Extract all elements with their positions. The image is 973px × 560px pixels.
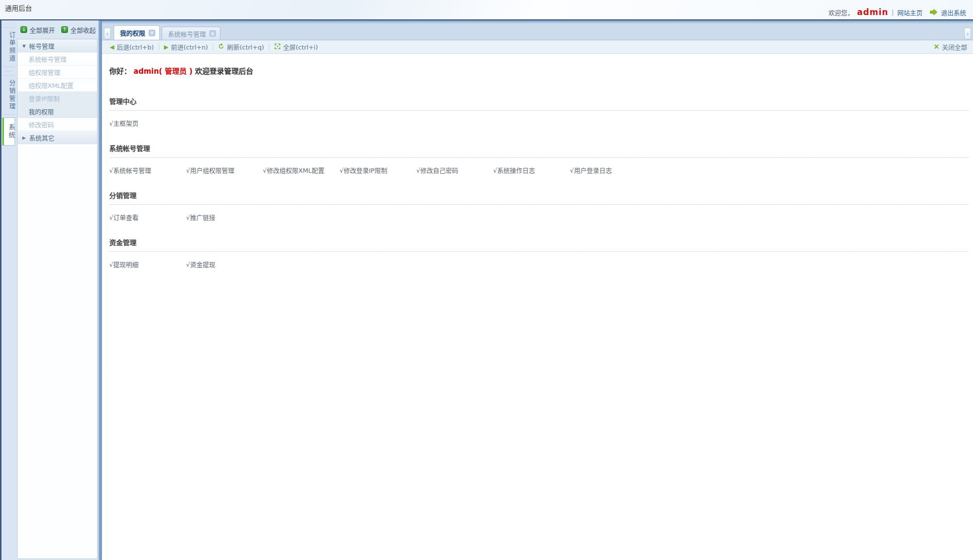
permission-item: √推广链接	[186, 213, 261, 222]
app-header: 通用后台 欢迎您， admin | 网站主页 退出系统	[0, 0, 973, 20]
tree-item-group-perms[interactable]: 组权限管理	[17, 66, 97, 79]
welcome-text: 欢迎您，	[828, 8, 854, 17]
permission-item: √用户组权限管理	[186, 165, 261, 175]
close-all-icon: ×	[933, 43, 939, 50]
permission-item: √订单查看	[109, 213, 184, 222]
collapse-all-icon: ↑	[61, 26, 68, 33]
section-divider	[109, 110, 968, 111]
app-title: 通用后台	[0, 0, 32, 19]
channel-tab-divider	[5, 71, 13, 71]
back-label: 后退(ctrl+b)	[117, 42, 154, 51]
greeting-suffix: 欢迎登录管理后台	[195, 67, 253, 76]
expand-all-button[interactable]: ↓ 全部展开	[20, 25, 55, 34]
permission-item: √主框架页	[109, 118, 184, 128]
forward-label: 前进(ctrl+n)	[171, 42, 208, 51]
permission-row: √主框架页	[109, 118, 968, 128]
section-divider	[109, 204, 968, 205]
back-icon: ◀	[110, 44, 114, 50]
username: admin	[857, 7, 888, 17]
header-user-area: 欢迎您， admin | 网站主页 退出系统	[828, 0, 973, 19]
permission-item: √系统帐号管理	[109, 165, 184, 175]
close-all-label: 关闭全部	[942, 42, 967, 51]
fullscreen-button[interactable]: 全屏(ctrl+i)	[269, 42, 323, 51]
tree-item-my-perms[interactable]: 我的权限	[17, 105, 97, 118]
document-tabstrip: ‹ 我的权限 × 系统帐号管理 × ›	[102, 24, 973, 40]
tree-group-label: 系统其它	[29, 133, 54, 142]
permission-item: √修改登录IP限制	[339, 165, 414, 175]
tab-scroll-right-icon[interactable]: ›	[964, 28, 971, 39]
permission-item: √修改自己密码	[417, 165, 491, 175]
tree-item-perm-xml[interactable]: 组权限XML配置	[17, 79, 97, 92]
sidebar-splitter[interactable]	[99, 20, 102, 560]
refresh-label: 刷新(ctrl+q)	[227, 42, 264, 51]
refresh-icon	[218, 43, 224, 50]
section-title-admin-center: 管理中心	[109, 96, 968, 106]
tabstrip-gradient	[102, 20, 973, 24]
tab-my-perms[interactable]: 我的权限 ×	[114, 25, 160, 40]
header-separator: |	[892, 9, 894, 16]
tab-close-icon[interactable]: ×	[209, 30, 216, 37]
greeting-username: admin( 管理员 )	[134, 67, 192, 76]
permission-item: √用户登录日志	[570, 165, 645, 175]
permission-item: √系统操作日志	[493, 165, 568, 175]
caret-right-icon: ▶	[22, 135, 26, 140]
tree-group-label: 帐号管理	[29, 41, 54, 50]
channel-tabstrip: 订单频道 分销管理 系统	[0, 20, 16, 560]
permission-item: √提现明细	[109, 260, 184, 269]
tab-label: 我的权限	[120, 28, 145, 37]
fullscreen-icon	[274, 43, 281, 50]
fullscreen-label: 全屏(ctrl+i)	[283, 42, 318, 51]
close-all-button[interactable]: × 关闭全部	[933, 42, 967, 51]
refresh-button[interactable]: 刷新(ctrl+q)	[213, 42, 269, 51]
permission-item: √资金提现	[186, 260, 261, 269]
section-title-distribution: 分销管理	[109, 190, 968, 200]
permission-row: √订单查看 √推广链接	[109, 213, 968, 222]
main-panel: ‹ 我的权限 × 系统帐号管理 × › ◀ 后退(ctrl+b) ▶	[102, 20, 973, 560]
caret-down-icon: ▼	[22, 44, 26, 49]
channel-tab-system[interactable]: 系统	[2, 117, 15, 146]
permission-item: √修改组权限XML配置	[263, 165, 337, 175]
expand-all-icon: ↓	[20, 26, 27, 33]
forward-button[interactable]: ▶ 前进(ctrl+n)	[159, 42, 213, 51]
app-body: 订单频道 分销管理 系统 ↓ 全部展开 ↑ 全部收起 ▼ 帐号管理 系统帐号管理…	[0, 20, 973, 560]
nav-toolbar: ◀ 后退(ctrl+b) ▶ 前进(ctrl+n) 刷新(ctrl+q) 全屏	[102, 40, 973, 54]
home-link[interactable]: 网站主页	[897, 8, 923, 17]
section-divider	[109, 251, 968, 252]
tree-group-account[interactable]: ▼ 帐号管理	[17, 39, 97, 52]
section-title-funds: 资金管理	[109, 237, 968, 247]
expand-all-label: 全部展开	[30, 25, 55, 34]
tab-scroll-left-icon[interactable]: ‹	[104, 28, 111, 39]
tree-item-change-password[interactable]: 修改密码	[17, 118, 97, 131]
channel-tab-distribution[interactable]: 分销管理	[2, 75, 15, 115]
tab-list: 我的权限 × 系统帐号管理 ×	[114, 25, 964, 40]
collapse-all-button[interactable]: ↑ 全部收起	[61, 25, 96, 34]
page-content: 你好：admin( 管理员 )欢迎登录管理后台 管理中心 √主框架页 系统帐号管…	[102, 54, 973, 560]
permission-row: √系统帐号管理 √用户组权限管理 √修改组权限XML配置 √修改登录IP限制 √…	[109, 165, 968, 175]
tree-item-system-accounts[interactable]: 系统帐号管理	[17, 52, 97, 66]
forward-icon: ▶	[164, 44, 168, 50]
tab-label: 系统帐号管理	[168, 29, 206, 38]
channel-tab-orders[interactable]: 订单频道	[2, 27, 15, 67]
tree-controls: ↓ 全部展开 ↑ 全部收起	[16, 20, 99, 39]
section-title-system-accounts: 系统帐号管理	[109, 143, 968, 153]
sidebar: ↓ 全部展开 ↑ 全部收起 ▼ 帐号管理 系统帐号管理 组权限管理 组权限XML…	[16, 20, 99, 560]
tree-group-system-other[interactable]: ▶ 系统其它	[17, 131, 97, 144]
section-divider	[109, 157, 968, 158]
greeting-prefix: 你好：	[109, 67, 131, 76]
nav-tree: ▼ 帐号管理 系统帐号管理 组权限管理 组权限XML配置 登录IP限制 我的权限…	[17, 39, 98, 559]
collapse-all-label: 全部收起	[70, 25, 96, 34]
tab-system-accounts[interactable]: 系统帐号管理 ×	[162, 27, 220, 40]
back-button[interactable]: ◀ 后退(ctrl+b)	[105, 42, 159, 51]
tree-item-login-ip[interactable]: 登录IP限制	[17, 92, 97, 105]
permission-row: √提现明细 √资金提现	[109, 260, 968, 269]
greeting: 你好：admin( 管理员 )欢迎登录管理后台	[109, 66, 968, 76]
tab-close-icon[interactable]: ×	[149, 30, 155, 36]
logout-arrow-icon	[930, 9, 938, 16]
logout-link[interactable]: 退出系统	[941, 8, 966, 17]
